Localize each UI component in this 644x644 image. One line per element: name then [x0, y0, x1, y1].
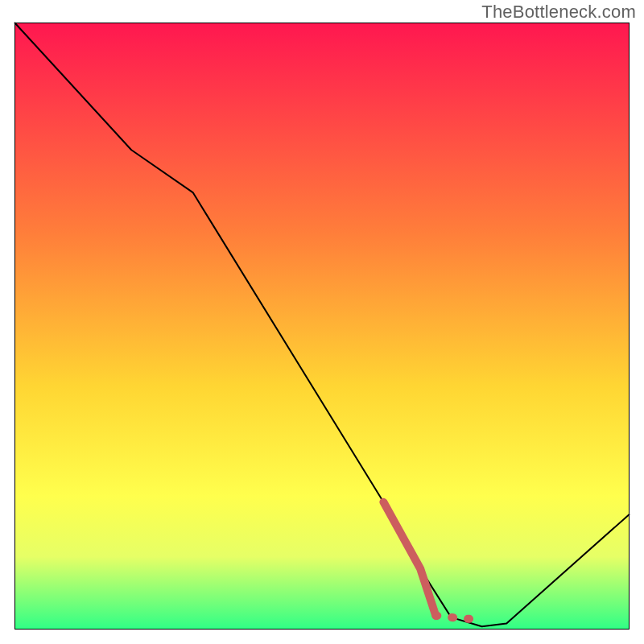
watermark-text: TheBottleneck.com	[481, 2, 636, 23]
chart-frame: TheBottleneck.com	[0, 0, 644, 644]
bottleneck-chart	[0, 0, 644, 644]
plot-background	[14, 23, 630, 630]
